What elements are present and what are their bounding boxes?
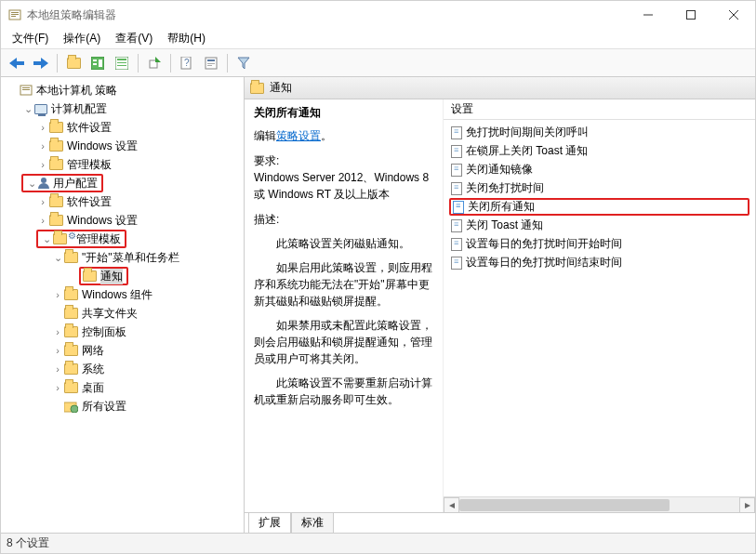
setting-icon xyxy=(451,126,462,139)
tree-item-network[interactable]: ›网络 xyxy=(49,341,244,360)
status-text: 8 个设置 xyxy=(7,535,49,551)
chevron-right-icon[interactable]: › xyxy=(36,215,49,226)
tree-item-windows[interactable]: ›Windows 设置 xyxy=(34,137,244,155)
maximize-button[interactable] xyxy=(670,1,712,29)
svg-rect-7 xyxy=(93,63,97,65)
menu-view[interactable]: 查看(V) xyxy=(108,29,160,48)
tab-standard[interactable]: 标准 xyxy=(291,512,334,533)
tree-item-allsettings[interactable]: 所有设置 xyxy=(49,397,244,416)
tree-item-desktop[interactable]: ›桌面 xyxy=(49,378,244,397)
folder-icon xyxy=(49,215,63,226)
up-button[interactable] xyxy=(62,52,85,74)
chevron-right-icon[interactable]: › xyxy=(51,345,64,356)
tree-item-notifications[interactable]: 通知 xyxy=(64,267,244,285)
menu-help[interactable]: 帮助(H) xyxy=(160,29,213,48)
menu-file[interactable]: 文件(F) xyxy=(5,29,56,48)
svg-text:?: ? xyxy=(184,58,190,68)
menubar: 文件(F) 操作(A) 查看(V) 帮助(H) xyxy=(1,29,755,49)
list-item[interactable]: 关闭免打扰时间 xyxy=(449,179,749,197)
tree-user-config[interactable]: ⌄ 用户配置 xyxy=(20,174,244,192)
folder-icon xyxy=(49,159,63,170)
chevron-right-icon[interactable]: › xyxy=(51,289,64,300)
setting-icon xyxy=(453,201,464,214)
tree-item-software-u[interactable]: ›软件设置 xyxy=(34,192,244,211)
tree-root[interactable]: 本地计算机 策略 xyxy=(5,81,244,99)
view-tabs: 扩展 标准 xyxy=(245,512,755,533)
back-button[interactable] xyxy=(6,52,28,74)
chevron-right-icon[interactable]: › xyxy=(36,122,49,133)
tree-pane[interactable]: 本地计算机 策略 ⌄ 计算机配置 ›软件设置 ›Windows 设置 ›管理模板 xyxy=(1,77,245,533)
folder-icon xyxy=(49,122,63,133)
chevron-down-icon[interactable]: ⌄ xyxy=(21,103,34,115)
scroll-thumb[interactable] xyxy=(459,499,670,511)
folder-icon xyxy=(64,289,78,300)
folder-icon xyxy=(53,233,67,244)
tree-item-start-menu[interactable]: ⌄ "开始"菜单和任务栏 xyxy=(49,248,244,267)
svg-rect-8 xyxy=(99,59,102,67)
list-item[interactable]: 免打扰时间期间关闭呼叫 xyxy=(449,124,749,141)
folder-icon xyxy=(64,308,78,319)
chevron-right-icon[interactable]: › xyxy=(51,363,64,375)
folder-icon xyxy=(64,345,78,356)
horizontal-scrollbar[interactable]: ◂ ▸ xyxy=(444,496,755,512)
edit-policy-link[interactable]: 策略设置 xyxy=(276,129,321,142)
chevron-right-icon[interactable]: › xyxy=(36,140,49,152)
tree-item-system[interactable]: ›系统 xyxy=(49,360,244,378)
details-button[interactable] xyxy=(111,52,133,74)
user-icon xyxy=(38,178,49,189)
gear-icon: ⚙ xyxy=(68,231,76,241)
folder-icon xyxy=(49,140,63,152)
properties-button[interactable] xyxy=(200,52,222,74)
scroll-right-button[interactable]: ▸ xyxy=(739,497,755,513)
tree-item-admintpl-u[interactable]: ⌄ ⚙ 管理模板 xyxy=(34,230,244,248)
tree-computer-config[interactable]: ⌄ 计算机配置 xyxy=(20,99,244,118)
details-pane: 通知 关闭所有通知 编辑策略设置。 要求: Windows Server 201… xyxy=(245,77,755,533)
chevron-down-icon[interactable]: ⌄ xyxy=(40,233,53,245)
settings-list-pane: 设置 免打扰时间期间关闭呼叫 在锁屏上关闭 Toast 通知 关闭通知镜像 关闭… xyxy=(444,99,755,512)
close-button[interactable] xyxy=(712,1,755,29)
tree-item-admintpl[interactable]: ›管理模板 xyxy=(34,155,244,174)
chevron-right-icon[interactable]: › xyxy=(51,326,64,337)
tab-extended[interactable]: 扩展 xyxy=(248,512,291,533)
setting-icon xyxy=(451,164,462,177)
folder-icon xyxy=(49,196,63,207)
tree-item-ctrlpanel[interactable]: ›控制面板 xyxy=(49,323,244,341)
export-button[interactable] xyxy=(143,52,166,74)
list-item[interactable]: 关闭通知镜像 xyxy=(449,161,749,178)
tree-item-software[interactable]: ›软件设置 xyxy=(34,118,244,137)
toolbar: ? xyxy=(1,49,755,77)
chevron-down-icon[interactable]: ⌄ xyxy=(51,252,64,264)
chevron-right-icon[interactable]: › xyxy=(36,159,49,170)
svg-rect-17 xyxy=(207,59,215,61)
list-item[interactable]: 关闭 Toast 通知 xyxy=(449,217,749,234)
tree-item-shared[interactable]: 共享文件夹 xyxy=(49,304,244,323)
svg-rect-22 xyxy=(22,89,30,90)
folder-icon xyxy=(83,270,97,282)
main-area: 本地计算机 策略 ⌄ 计算机配置 ›软件设置 ›Windows 设置 ›管理模板 xyxy=(1,77,755,533)
show-tree-button[interactable] xyxy=(86,52,109,74)
list-item[interactable]: 在锁屏上关闭 Toast 通知 xyxy=(449,142,749,160)
forward-button[interactable] xyxy=(30,52,52,74)
setting-icon xyxy=(451,182,462,195)
svg-rect-6 xyxy=(93,59,97,61)
chevron-right-icon[interactable]: › xyxy=(51,382,64,393)
settings-list: 免打扰时间期间关闭呼叫 在锁屏上关闭 Toast 通知 关闭通知镜像 关闭免打扰… xyxy=(444,120,755,275)
tree-item-windows-u[interactable]: ›Windows 设置 xyxy=(34,211,244,230)
menu-action[interactable]: 操作(A) xyxy=(56,29,108,48)
scroll-left-button[interactable]: ◂ xyxy=(444,497,459,513)
minimize-button[interactable] xyxy=(627,1,670,29)
filter-button[interactable] xyxy=(232,52,255,74)
list-item[interactable]: 设置每日的免打扰时间开始时间 xyxy=(449,235,749,253)
chevron-right-icon[interactable]: › xyxy=(36,196,49,207)
help-button[interactable]: ? xyxy=(176,52,198,74)
settings-column-header[interactable]: 设置 xyxy=(444,99,755,120)
app-icon xyxy=(8,8,21,21)
folder-icon xyxy=(64,363,78,375)
list-item-selected[interactable]: 关闭所有通知 xyxy=(449,198,749,216)
setting-icon xyxy=(451,238,462,251)
requirements-label: 要求: xyxy=(254,153,433,169)
list-item[interactable]: 设置每日的免打扰时间结束时间 xyxy=(449,254,749,271)
tree-item-wincomp[interactable]: ›Windows 组件 xyxy=(49,285,244,304)
chevron-down-icon[interactable]: ⌄ xyxy=(25,178,38,190)
policy-icon xyxy=(20,84,33,97)
